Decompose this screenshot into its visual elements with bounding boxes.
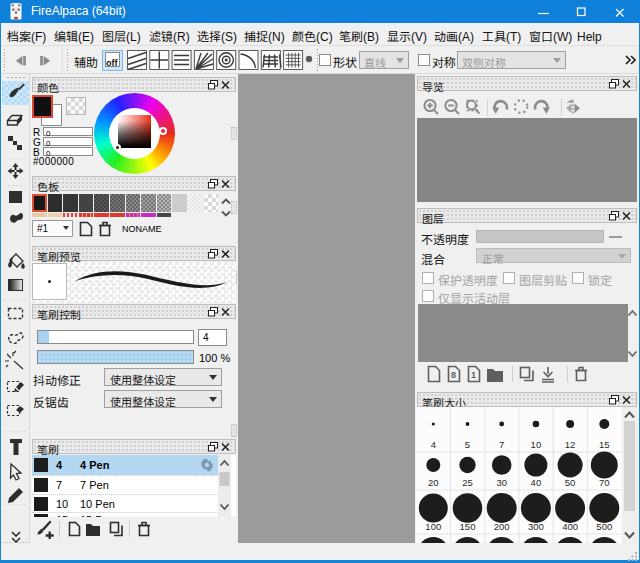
svg-text:5: 5 (465, 439, 470, 450)
svg-text:70: 70 (599, 477, 610, 488)
svg-text:40: 40 (531, 477, 542, 488)
svg-text:50: 50 (565, 477, 576, 488)
svg-text:30: 30 (496, 477, 507, 488)
svg-text:400: 400 (562, 521, 578, 532)
svg-text:12: 12 (565, 439, 576, 450)
svg-text:200: 200 (494, 521, 510, 532)
svg-text:4: 4 (431, 439, 436, 450)
svg-text:8: 8 (451, 370, 456, 380)
svg-text:10: 10 (531, 439, 542, 450)
svg-text:25: 25 (462, 477, 473, 488)
svg-text:150: 150 (460, 521, 476, 532)
svg-text:100: 100 (425, 521, 441, 532)
svg-text:300: 300 (528, 521, 544, 532)
svg-text:1: 1 (471, 370, 476, 380)
svg-text:20: 20 (428, 477, 439, 488)
svg-text:7: 7 (499, 439, 504, 450)
svg-text:500: 500 (596, 521, 612, 532)
svg-text:15: 15 (599, 439, 610, 450)
